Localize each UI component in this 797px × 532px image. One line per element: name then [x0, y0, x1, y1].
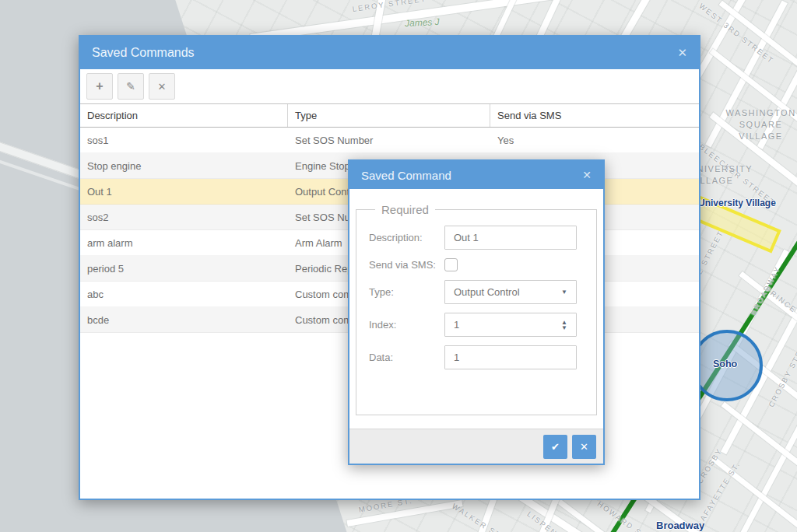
- cell-description: sos1: [80, 135, 288, 146]
- column-header-type[interactable]: Type: [288, 104, 490, 127]
- table-row[interactable]: sos1 Set SOS Number Yes: [80, 128, 699, 153]
- data-input[interactable]: [444, 345, 577, 369]
- index-value: 1: [454, 319, 459, 331]
- plus-icon: +: [96, 79, 103, 93]
- place-label-university-village: University Village: [698, 198, 776, 208]
- cell-description: sos2: [80, 212, 288, 223]
- park-label: James J: [405, 16, 440, 29]
- dialog-title: Saved Commands: [92, 46, 195, 60]
- saved-command-header[interactable]: Saved Command ✕: [349, 161, 603, 189]
- table-header-row: Description Type Send via SMS: [80, 103, 699, 128]
- cell-description: period 5: [80, 263, 288, 275]
- cell-sms: Yes: [490, 135, 699, 146]
- send-via-sms-checkbox[interactable]: [444, 258, 458, 271]
- type-select-value: Output Control: [454, 286, 520, 298]
- pencil-icon: ✎: [126, 80, 135, 93]
- area-label-washington-square-village: WASHINGTONSQUAREVILLAGE: [716, 107, 797, 142]
- data-label: Data:: [369, 352, 444, 363]
- delete-icon: ✕: [158, 81, 167, 93]
- chevron-down-icon: ▼: [561, 289, 567, 296]
- confirm-button[interactable]: ✔: [543, 435, 567, 459]
- close-icon: ✕: [580, 441, 588, 453]
- required-fieldset: Required Description: Send via SMS: Type…: [356, 203, 597, 415]
- stepper-arrows[interactable]: ▲ ▼: [561, 320, 567, 331]
- cell-description: Stop engine: [80, 160, 288, 172]
- saved-commands-header[interactable]: Saved Commands ✕: [80, 37, 699, 69]
- saved-command-footer: ✔ ✕: [349, 429, 603, 464]
- saved-command-dialog: Saved Command ✕ Required Description: Se…: [348, 159, 605, 465]
- delete-command-button[interactable]: ✕: [149, 73, 175, 100]
- data-row: Data:: [369, 345, 584, 369]
- type-select[interactable]: Output Control ▼: [444, 280, 577, 304]
- dialog-title: Saved Command: [361, 169, 451, 182]
- place-label-broadway: Broadway: [656, 520, 704, 531]
- commands-toolbar: + ✎ ✕: [80, 69, 699, 103]
- send-via-sms-row: Send via SMS:: [369, 258, 584, 271]
- arrow-down-icon[interactable]: ▼: [561, 325, 567, 331]
- index-stepper[interactable]: 1 ▲ ▼: [444, 313, 577, 337]
- type-row: Type: Output Control ▼: [369, 280, 584, 304]
- cell-description: Out 1: [80, 186, 288, 198]
- column-header-description[interactable]: Description: [80, 104, 288, 127]
- description-row: Description:: [369, 226, 584, 250]
- cancel-button[interactable]: ✕: [572, 435, 596, 459]
- close-icon[interactable]: ✕: [582, 169, 592, 181]
- description-label: Description:: [369, 232, 444, 243]
- saved-command-body: Required Description: Send via SMS: Type…: [349, 189, 603, 415]
- description-input[interactable]: [444, 226, 577, 250]
- place-label-soho: Soho: [713, 359, 737, 369]
- send-via-sms-label: Send via SMS:: [369, 259, 444, 271]
- cell-description: bcde: [80, 314, 288, 326]
- type-label: Type:: [369, 286, 444, 298]
- cell-description: abc: [80, 289, 288, 300]
- fieldset-legend: Required: [375, 203, 435, 216]
- map-road: [711, 457, 797, 532]
- cell-type: Set SOS Number: [288, 135, 490, 146]
- edit-command-button[interactable]: ✎: [118, 73, 144, 100]
- column-header-sms[interactable]: Send via SMS: [490, 104, 699, 127]
- check-icon: ✔: [551, 441, 560, 453]
- cell-description: arm alarm: [80, 237, 288, 249]
- add-command-button[interactable]: +: [86, 73, 113, 100]
- index-label: Index:: [369, 319, 444, 331]
- index-row: Index: 1 ▲ ▼: [369, 313, 584, 337]
- close-icon[interactable]: ✕: [677, 46, 687, 60]
